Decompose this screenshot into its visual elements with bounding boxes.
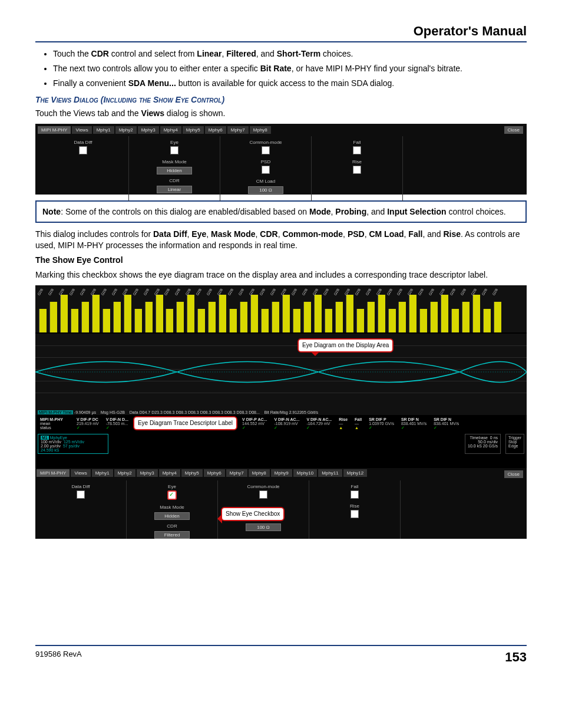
tab-views[interactable]: Views xyxy=(72,126,91,134)
eye-display-callout: Eye Diagram on the Display Area xyxy=(297,338,394,353)
tab-views[interactable]: Views xyxy=(71,469,90,477)
data-diff-checkbox[interactable] xyxy=(79,146,87,154)
eye-label: Eye xyxy=(131,484,213,489)
waveform-top: G2BG2BG2BG2BG2BG2BG2BG2BG2BG2BG2BG2BG2BG… xyxy=(35,285,527,332)
tab-mphy8[interactable]: Mphy8 xyxy=(249,469,270,477)
common-mode-checkbox[interactable] xyxy=(262,146,270,154)
tab-mipi[interactable]: MIPI M-PHY xyxy=(37,469,70,477)
cdr-dropdown[interactable]: Filtered xyxy=(154,531,190,539)
views-dialog-heading: The Views Dialog (Including the Show Eye… xyxy=(35,95,527,104)
tab-mphy3[interactable]: Mphy3 xyxy=(137,469,158,477)
bullet-3: Finally a convenient SDA Menu... button … xyxy=(53,78,527,89)
check-icon: ✓ xyxy=(77,426,99,430)
data-diff-checkbox[interactable] xyxy=(77,490,85,499)
warn-icon: ▲ xyxy=(355,426,362,430)
check-icon: ✓ xyxy=(274,426,299,430)
views-dialog-screenshot: MIPI M-PHY Views Mphy1 Mphy2 Mphy3 Mphy4… xyxy=(35,124,527,195)
close-button[interactable]: Close xyxy=(504,470,523,478)
tab-mphy1[interactable]: Mphy1 xyxy=(93,126,114,134)
doc-rev: 919586 RevA xyxy=(35,650,82,665)
fall-label: Fall xyxy=(316,140,398,145)
tab-mphy10[interactable]: Mphy10 xyxy=(293,469,317,477)
bullet-1: Touch the CDR control and select from Li… xyxy=(53,48,527,60)
tab-mphy7[interactable]: Mphy7 xyxy=(227,126,249,134)
check-icon: ✓ xyxy=(401,426,427,430)
page-number: 153 xyxy=(505,650,527,665)
page-footer: 919586 RevA 153 xyxy=(35,645,527,665)
close-button[interactable]: Close xyxy=(504,126,523,134)
tab-mphy4[interactable]: Mphy4 xyxy=(159,469,180,477)
data-diff-label: Data Diff xyxy=(40,484,121,489)
show-eye-checkbox-callout: Show Eye Checkbox xyxy=(221,507,285,521)
common-mode-label: Common-mode xyxy=(225,140,306,145)
cm-load-dropdown[interactable]: 100 Ω xyxy=(246,523,281,531)
common-mode-checkbox[interactable] xyxy=(259,490,267,499)
show-eye-description: Marking this checkbox shows the eye diag… xyxy=(35,269,527,281)
tab-mphy5[interactable]: Mphy5 xyxy=(181,469,203,477)
rise-checkbox[interactable] xyxy=(351,510,359,518)
rise-label: Rise xyxy=(316,159,398,164)
tab-mphy2[interactable]: Mphy2 xyxy=(115,126,137,134)
cdr-label: CDR xyxy=(131,523,213,529)
views-dialog-2: MIPI M-PHY Views Mphy1 Mphy2 Mphy3 Mphy4… xyxy=(35,468,527,539)
eye-diagram-screenshot: G2BG2BG2BG2BG2BG2BG2BG2BG2BG2BG2BG2BG2BG… xyxy=(35,285,527,539)
common-mode-label: Common-mode xyxy=(223,484,304,489)
eye-display-area xyxy=(35,334,527,410)
cdr-label: CDR xyxy=(134,178,215,183)
rise-checkbox[interactable] xyxy=(353,166,361,174)
tab-mphy11[interactable]: Mphy11 xyxy=(318,469,342,477)
tab-mphy2[interactable]: Mphy2 xyxy=(114,469,135,477)
mask-mode-dropdown[interactable]: Hidden xyxy=(157,167,192,174)
fall-checkbox[interactable] xyxy=(351,490,359,499)
fall-label: Fall xyxy=(314,484,395,489)
tab-mphy7[interactable]: Mphy7 xyxy=(226,469,247,477)
tab-mphy4[interactable]: Mphy4 xyxy=(160,126,181,134)
dialog-description: This dialog includes controls for Data D… xyxy=(35,229,527,251)
check-icon: ✓ xyxy=(106,426,128,430)
mask-mode-dropdown[interactable]: Hidden xyxy=(154,512,190,520)
ss1-tabs: MIPI M-PHY Views Mphy1 Mphy2 Mphy3 Mphy4… xyxy=(38,126,524,134)
mask-mode-label: Mask Mode xyxy=(134,159,215,164)
psd-checkbox[interactable] xyxy=(262,166,270,174)
eye-label: Eye xyxy=(134,140,215,145)
show-eye-heading: The Show Eye Control xyxy=(35,255,527,266)
tab-mphy3[interactable]: Mphy3 xyxy=(138,126,159,134)
tab-mphy9[interactable]: Mphy9 xyxy=(271,469,292,477)
views-intro: Touch the Views tab and the Views dialog… xyxy=(35,108,527,119)
tab-mphy12[interactable]: Mphy12 xyxy=(343,469,367,477)
psd-label: PSD xyxy=(225,159,306,164)
cdr-dropdown[interactable]: Linear xyxy=(157,186,192,193)
note-box: Note: Some of the controls on this dialo… xyxy=(35,200,527,223)
tab-mphy5[interactable]: Mphy5 xyxy=(183,126,204,134)
tab-mphy6[interactable]: Mphy6 xyxy=(205,126,226,134)
rise-label: Rise xyxy=(314,503,395,509)
fall-checkbox[interactable] xyxy=(353,146,361,154)
cm-load-dropdown[interactable]: 100 Ω xyxy=(248,186,283,194)
tab-mphy6[interactable]: Mphy6 xyxy=(204,469,225,477)
bullet-2: The next two controls allow you to eithe… xyxy=(53,63,527,74)
tab-mipi[interactable]: MIPI M-PHY xyxy=(38,126,71,134)
eye-diagram-svg xyxy=(35,334,527,410)
measurement-row: MIPI M-PHY mean status V DIF-P DC 219.41… xyxy=(35,415,527,470)
check-icon: ✓ xyxy=(242,426,267,430)
mask-mode-label: Mask Mode xyxy=(131,505,213,510)
eye-checkbox[interactable] xyxy=(170,146,178,154)
tab-mphy1[interactable]: Mphy1 xyxy=(92,469,113,477)
warn-icon: ▲ xyxy=(339,426,348,430)
page-title: Operator's Manual xyxy=(35,24,527,42)
check-icon: ✓ xyxy=(434,426,459,430)
trace-descriptor-callout: Eye Diagram Trace Descriptor Label xyxy=(133,416,237,430)
check-icon: ✓ xyxy=(369,426,394,430)
m1-badge: M1 xyxy=(41,436,49,440)
tab-mphy8[interactable]: Mphy8 xyxy=(250,126,271,134)
cm-load-label: CM Load xyxy=(225,179,306,184)
check-icon: ✓ xyxy=(306,426,332,430)
data-diff-label: Data Diff xyxy=(42,140,124,145)
eye-checkbox[interactable] xyxy=(167,490,177,500)
bullet-list: Touch the CDR control and select from Li… xyxy=(53,48,527,89)
